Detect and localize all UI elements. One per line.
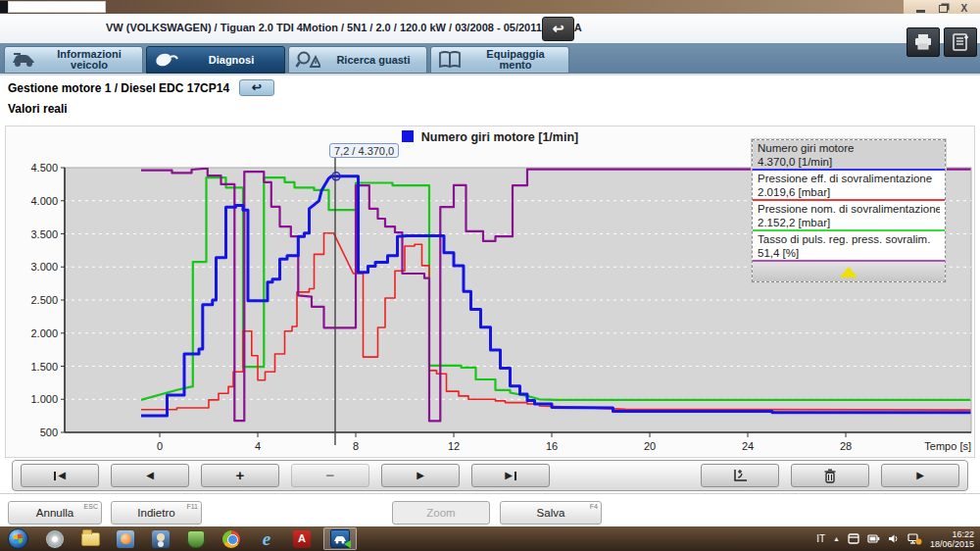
- minus-icon: −: [326, 469, 335, 482]
- triangle-right-icon: ▶: [416, 471, 424, 480]
- legend-entry-duty-cycle[interactable]: Tasso di puls. reg. press. sovralim. 51,…: [753, 231, 945, 262]
- skip-bar-icon: [54, 472, 56, 480]
- shield-icon: [187, 530, 205, 548]
- car-icon: [11, 50, 36, 70]
- y-tick-label: 4.500: [30, 162, 58, 174]
- book-icon: [437, 50, 463, 70]
- hidden-icons-arrow[interactable]: ▲: [833, 535, 840, 542]
- collapse-triangle-icon[interactable]: [840, 267, 858, 277]
- y-tick-label: 2.500: [30, 294, 58, 306]
- y-tick-label: 500: [40, 426, 58, 438]
- vehicle-back-button[interactable]: ↩: [542, 17, 574, 41]
- breadcrumb-back-button[interactable]: ↩: [239, 79, 274, 96]
- x-tick-label: 4: [255, 440, 261, 452]
- legend-value: 2.152,2 [mbar]: [758, 216, 940, 229]
- salva-button[interactable]: Salva F4: [500, 501, 602, 525]
- close-icon[interactable]: X: [960, 4, 967, 14]
- printer-icon: [913, 33, 933, 51]
- legend-name: Pressione nom. di sovralimentazione: [758, 202, 940, 216]
- skip-to-end-button[interactable]: ▶: [471, 464, 550, 487]
- skip-bar-icon: [514, 472, 516, 480]
- action-center-icon[interactable]: [848, 533, 859, 544]
- taskbar-media-player-icon[interactable]: [113, 528, 138, 549]
- y-tick-label: 3.500: [30, 228, 58, 240]
- axis-settings-button[interactable]: [701, 464, 779, 487]
- vehicle-info-bar: VW (VOLKSWAGEN) / Tiguan 2.0 TDI 4Motion…: [0, 14, 980, 43]
- windows-taskbar: e A IT ▲: [0, 526, 980, 551]
- tab-label: Diagnosi: [184, 55, 278, 66]
- shortcut-key: F11: [186, 503, 198, 510]
- battery-icon[interactable]: [867, 533, 880, 544]
- x-tick-label: 8: [353, 440, 359, 452]
- minimize-icon[interactable]: [916, 10, 925, 13]
- x-tick-label: 16: [546, 440, 558, 452]
- delete-recording-button[interactable]: [791, 464, 869, 487]
- zoom-in-button[interactable]: +: [201, 464, 279, 487]
- taskbar-chrome-icon[interactable]: [219, 528, 244, 549]
- back-arrow-icon: ↩: [553, 21, 564, 36]
- measurement-chart-panel: Numero giri motore [1/min] 4.5004.0003.5…: [5, 125, 975, 458]
- triangle-right-icon: ▶: [505, 471, 513, 480]
- button-label: Indietro: [137, 507, 174, 519]
- taskbar-ie-icon[interactable]: e: [254, 528, 279, 549]
- taskbar-security-app-icon[interactable]: [183, 528, 209, 549]
- network-icon[interactable]: [907, 533, 922, 545]
- legend-footer[interactable]: [753, 262, 945, 281]
- tab-informazioni-veicolo[interactable]: Informazioni veicolo: [4, 46, 143, 74]
- language-indicator[interactable]: IT: [816, 533, 825, 544]
- x-tick-label: 12: [448, 440, 460, 452]
- y-tick-label: 3.000: [30, 261, 58, 273]
- tab-label: Informazioni veicolo: [42, 49, 136, 71]
- play-recording-button[interactable]: ▶: [881, 464, 959, 487]
- triangle-right-icon: ▶: [916, 471, 924, 480]
- triangle-left-icon: ◀: [146, 471, 154, 480]
- desktop-artifact: [0, 1, 8, 13]
- media-player-icon: [117, 530, 134, 548]
- x-tick-label: 20: [644, 440, 656, 452]
- start-button[interactable]: [8, 528, 28, 549]
- legend-entry-nominal-boost[interactable]: Pressione nom. di sovralimentazione 2.15…: [753, 201, 945, 231]
- zoom-button: Zoom: [392, 501, 490, 525]
- x-tick-label: 28: [840, 440, 852, 452]
- annulla-button[interactable]: Annulla ESC: [8, 501, 102, 525]
- taskbar-clock[interactable]: 16:22 18/06/2015: [930, 529, 974, 549]
- skip-to-start-button[interactable]: ◀: [21, 464, 99, 487]
- tab-ricerca-guasti[interactable]: Ricerca guasti: [288, 46, 427, 74]
- print-button[interactable]: [906, 27, 940, 57]
- document-buttons: [906, 27, 977, 57]
- protocol-button[interactable]: [944, 27, 977, 57]
- car-glyph: [333, 534, 347, 544]
- legend-entry-actual-boost[interactable]: Pressione eff. di sovralimentazione 2.01…: [753, 171, 945, 201]
- taskbar-explorer-icon[interactable]: [77, 528, 103, 549]
- shortcut-key: ESC: [84, 503, 98, 510]
- tab-equipaggiamento[interactable]: Equipaggia mento: [430, 46, 569, 74]
- legend-value: 4.370,0 [1/min]: [758, 155, 940, 169]
- vehicle-title: VW (VOLKSWAGEN) / Tiguan 2.0 TDI 4Motion…: [106, 22, 582, 33]
- taskbar-user-app-icon[interactable]: [148, 528, 173, 549]
- chart-legend[interactable]: Numero giri motore 4.370,0 [1/min] Press…: [752, 139, 946, 282]
- back-arrow-icon: ↩: [252, 80, 262, 94]
- tab-label: Equipaggia mento: [468, 49, 563, 71]
- taskbar-adobe-icon[interactable]: A: [289, 528, 315, 549]
- restore-icon[interactable]: [939, 5, 948, 13]
- taskbar-odis-active-app[interactable]: [323, 527, 357, 550]
- desktop-white-box: [8, 1, 106, 13]
- tab-diagnosi[interactable]: Diagnosi: [146, 46, 285, 74]
- main-tab-bar: Informazioni veicolo Diagnosi Ricerca gu…: [0, 43, 980, 75]
- button-label: Zoom: [426, 507, 455, 519]
- shortcut-key: F4: [590, 503, 598, 510]
- indietro-button[interactable]: Indietro F11: [111, 501, 202, 525]
- legend-entry-rpm[interactable]: Numero giri motore 4.370,0 [1/min]: [753, 140, 945, 171]
- x-axis-label: Tempo [s]: [924, 440, 971, 452]
- clock-date: 18/06/2015: [930, 539, 974, 549]
- magnifier-warning-icon: [295, 50, 320, 70]
- y-tick-label: 1.500: [30, 361, 58, 373]
- page-subtitle: Valori reali: [8, 102, 68, 116]
- taskbar-disc-icon[interactable]: [42, 528, 68, 549]
- folder-icon: [81, 532, 100, 546]
- step-forward-button[interactable]: ▶: [381, 464, 460, 487]
- legend-value: 51,4 [%]: [758, 246, 940, 260]
- speaker-icon[interactable]: [888, 533, 900, 544]
- step-back-button[interactable]: ◀: [111, 464, 189, 487]
- breadcrumb: Gestione motore 1 / Diesel EDC 17CP14 ↩: [8, 79, 274, 96]
